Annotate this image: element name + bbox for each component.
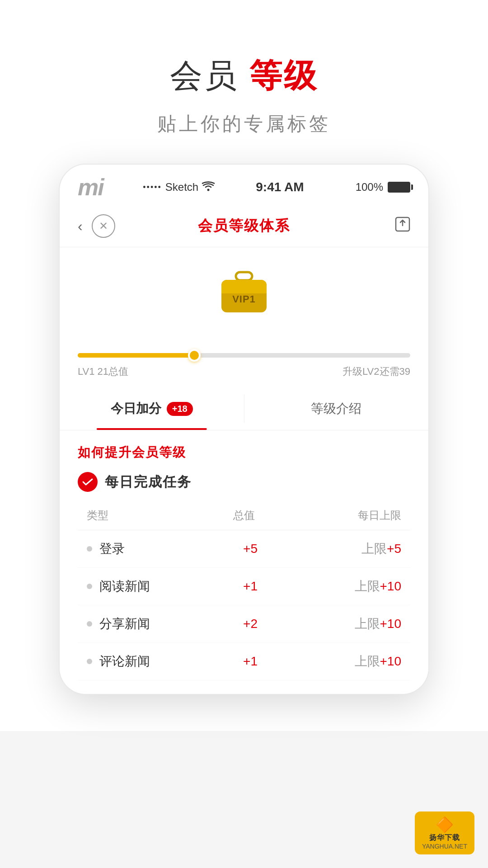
svg-point-0 [207, 189, 210, 191]
status-carrier: Sketch [165, 181, 198, 193]
progress-fill [78, 353, 194, 358]
table-row: 分享新闻 +2 上限+10 [78, 605, 410, 643]
tab-level-intro[interactable]: 等级介绍 [244, 387, 429, 430]
progress-section: LV1 21总值 升级LV2还需39 [60, 353, 428, 387]
row-type-3: 评论新闻 [99, 653, 213, 670]
tab-intro-label: 等级介绍 [311, 400, 361, 417]
row-type-0: 登录 [99, 540, 213, 557]
table-row: 阅读新闻 +1 上限+10 [78, 568, 410, 605]
header-limit: 每日上限 [283, 508, 401, 523]
table-row: 评论新闻 +1 上限+10 [78, 643, 410, 680]
watermark-text-line2: YANGHUA.NET [422, 843, 467, 850]
row-bullet [87, 546, 92, 552]
back-button[interactable]: ‹ [78, 218, 83, 235]
progress-labels: LV1 21总值 升级LV2还需39 [78, 365, 410, 378]
watermark-text-line1: 扬华下载 [429, 833, 460, 843]
nav-left: ‹ ✕ [78, 214, 161, 238]
tab-today-badge: +18 [167, 402, 193, 416]
status-time: 9:41 AM [215, 180, 345, 194]
content-section: 如何提升会员等级 每日完成任务 类型 总值 每日上限 登录 +5 [60, 430, 428, 694]
task-category-label: 每日完成任务 [105, 473, 192, 491]
share-button[interactable] [395, 218, 410, 235]
hero-title-prefix: 会员 [170, 57, 239, 94]
tab-today-label: 今日加分 [111, 400, 161, 417]
row-type-1: 阅读新闻 [99, 578, 213, 595]
phone-mockup-container: mi ••••• Sketch 9:41 AM 100% ‹ [0, 164, 488, 731]
tabs-section: 今日加分 +18 等级介绍 [60, 387, 428, 430]
status-battery: 100% [345, 181, 410, 193]
section-heading: 如何提升会员等级 [78, 444, 410, 461]
watermark-icon: 🔶 [436, 816, 454, 833]
header-type: 类型 [87, 508, 205, 523]
close-icon: ✕ [99, 220, 108, 232]
table-row: 登录 +5 上限+5 [78, 530, 410, 568]
task-category: 每日完成任务 [78, 472, 410, 492]
table-header: 类型 总值 每日上限 [78, 501, 410, 530]
phone-mockup: mi ••••• Sketch 9:41 AM 100% ‹ [59, 164, 429, 695]
hero-title-highlight: 等级 [249, 57, 318, 94]
row-type-2: 分享新闻 [99, 615, 213, 632]
battery-icon [388, 182, 410, 193]
status-bar: mi ••••• Sketch 9:41 AM 100% [60, 165, 428, 205]
watermark: 🔶 扬华下载 YANGHUA.NET [415, 811, 474, 854]
row-value-0: +5 [213, 542, 288, 556]
progress-indicator [188, 349, 201, 362]
row-value-2: +2 [213, 617, 288, 631]
page-title: 会员等级体系 [161, 216, 327, 236]
progress-right-label: 升级LV2还需39 [343, 365, 410, 378]
row-bullet [87, 621, 92, 627]
hero-section: 会员 等级 贴上你的专属标签 [0, 0, 488, 164]
row-limit-0: 上限+5 [288, 540, 402, 557]
nav-right [327, 217, 410, 236]
battery-text: 100% [356, 181, 383, 193]
row-limit-3: 上限+10 [288, 653, 402, 670]
status-wifi [202, 180, 215, 194]
task-category-icon [78, 472, 98, 492]
vip-badge: VIP1 [215, 270, 273, 317]
tab-today-points[interactable]: 今日加分 +18 [60, 387, 244, 430]
row-bullet [87, 659, 92, 664]
hero-title: 会员 等级 [0, 54, 488, 98]
row-limit-2: 上限+10 [288, 615, 402, 632]
mi-logo: mi [78, 174, 143, 201]
svg-rect-2 [236, 272, 252, 280]
svg-text:VIP1: VIP1 [232, 293, 256, 305]
progress-track [78, 353, 410, 358]
tabs-row: 今日加分 +18 等级介绍 [60, 387, 428, 430]
vip-bag-icon: VIP1 [215, 270, 273, 315]
row-value-1: +1 [213, 579, 288, 594]
row-value-3: +1 [213, 654, 288, 669]
svg-rect-5 [221, 290, 267, 293]
hero-subtitle: 贴上你的专属标签 [0, 111, 488, 137]
navigation-bar: ‹ ✕ 会员等级体系 [60, 205, 428, 247]
vip-section: VIP1 [60, 247, 428, 353]
header-value: 总值 [205, 508, 283, 523]
progress-left-label: LV1 21总值 [78, 365, 128, 378]
row-bullet [87, 584, 92, 589]
row-limit-1: 上限+10 [288, 578, 402, 595]
close-button[interactable]: ✕ [92, 214, 115, 238]
signal-dots: ••••• [143, 183, 162, 192]
